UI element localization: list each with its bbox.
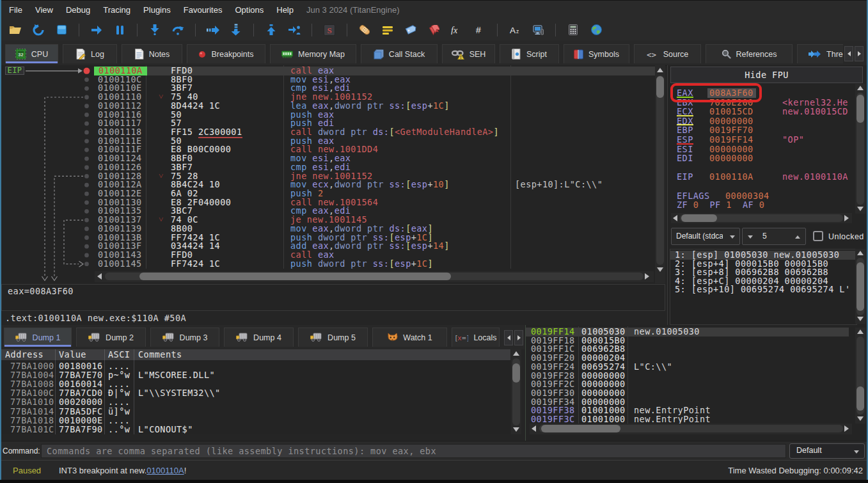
register-row[interactable]: ECX010015CDnew.010015CD bbox=[668, 107, 855, 116]
argument-row[interactable]: 5: [esp+10] 00695274 00695274 L' bbox=[670, 285, 856, 294]
dump-tab-scroll-left-button[interactable] bbox=[504, 330, 513, 345]
execute-till-return-button[interactable] bbox=[260, 22, 283, 38]
hide-fpu-button[interactable]: Hide FPU bbox=[670, 67, 863, 83]
tab-scroll-left-button[interactable] bbox=[844, 46, 853, 61]
tab-references[interactable]: References bbox=[706, 44, 793, 63]
seh-chain-button[interactable]: S bbox=[318, 22, 341, 38]
open-folder-button[interactable] bbox=[4, 22, 27, 38]
register-row[interactable]: ESP0019FF14"OP" bbox=[668, 135, 855, 145]
stack-horizontal-scrollbar[interactable] bbox=[530, 424, 852, 434]
tab-notes[interactable]: Notes bbox=[122, 44, 182, 63]
disassembly-vertical-scrollbar[interactable] bbox=[655, 65, 665, 283]
tab-memory-map[interactable]: Memory Map bbox=[270, 44, 356, 63]
stack-arguments-list[interactable]: 1: [esp] 01005030 new.010050302: [esp+4]… bbox=[670, 249, 857, 325]
comments-button[interactable] bbox=[376, 22, 399, 38]
command-input[interactable] bbox=[41, 444, 786, 458]
dump-vertical-scrollbar[interactable] bbox=[511, 349, 521, 434]
tab-dump-4[interactable]: Dump 4 bbox=[224, 328, 294, 347]
dump-column-value[interactable]: Value bbox=[59, 349, 86, 360]
tab-dump-1[interactable]: Dump 1 bbox=[4, 328, 72, 347]
dump-column-asci[interactable]: ASCI bbox=[108, 349, 130, 360]
stack-view[interactable]: 0019FF1401005030new.010050300019FF180000… bbox=[525, 325, 867, 441]
arguments-vertical-scrollbar[interactable] bbox=[855, 249, 865, 324]
unlocked-checkbox[interactable] bbox=[813, 231, 823, 241]
argument-count-spinner[interactable]: 5 bbox=[742, 228, 806, 245]
trace-over-button[interactable] bbox=[225, 22, 248, 38]
dump-tabs: Dump 1Dump 2Dump 3Dump 4Dump 5Watch 1[ x… bbox=[4, 328, 503, 349]
dump-row[interactable]: 77BA101C77BA7F90..°wL"CONOUT$" bbox=[0, 425, 510, 434]
menu-options[interactable]: Options bbox=[228, 1, 270, 19]
dump-row[interactable]: 77BA101477BA5DFCü]°w bbox=[0, 407, 510, 416]
register-row[interactable]: ESI00000000 bbox=[668, 145, 855, 154]
dump-row[interactable]: 77BA10180010000E.... bbox=[0, 416, 510, 425]
dump-column-comments[interactable]: Comments bbox=[138, 349, 182, 360]
disassembly-view[interactable]: 0100110AFFD0call eax0100110C8BF0mov esi,… bbox=[1, 65, 655, 283]
tab-locals[interactable]: [ x=]Locals bbox=[452, 328, 500, 347]
pause-button[interactable] bbox=[108, 22, 131, 38]
tab-symbols[interactable]: Symbols bbox=[564, 44, 629, 63]
dump-view[interactable]: AddressValueASCIComments 77BA10000018001… bbox=[0, 349, 510, 434]
registers-vertical-scrollbar[interactable] bbox=[855, 84, 865, 214]
register-row[interactable]: EIP0100110Anew.0100110A bbox=[668, 172, 855, 182]
computer-button[interactable] bbox=[526, 22, 549, 38]
tab-call-stack[interactable]: Call Stack bbox=[361, 44, 438, 63]
register-row[interactable]: EBP0019FF70 bbox=[668, 125, 855, 135]
dump-column-address[interactable]: Address bbox=[5, 349, 43, 360]
dump-row[interactable]: 77BA100C77BA7CD0Ð|°wL"\\SYSTEM32\\" bbox=[0, 388, 510, 397]
tab-script[interactable]: Script bbox=[500, 44, 559, 63]
stop-button[interactable] bbox=[50, 22, 73, 38]
run-button[interactable] bbox=[85, 22, 108, 38]
restart-button[interactable] bbox=[27, 22, 50, 38]
tab-scroll-right-button[interactable] bbox=[855, 46, 864, 61]
dump-row[interactable]: 77BA100000180016.... bbox=[0, 361, 510, 370]
dump-row[interactable]: 77BA100477BA7E70p~°wL"MSCOREE.DLL" bbox=[0, 370, 510, 379]
menu-plugins[interactable]: Plugins bbox=[137, 1, 177, 19]
globe-button[interactable] bbox=[585, 22, 608, 38]
disasm-row[interactable]: 01001145FF7424 1Cpush dword ptr ss:[esp+… bbox=[1, 260, 655, 269]
menu-debug[interactable]: Debug bbox=[59, 1, 97, 19]
tab-dump-2[interactable]: Dump 2 bbox=[76, 328, 146, 347]
register-row[interactable]: EDX00000000 bbox=[668, 116, 855, 126]
run-to-user-code-button[interactable] bbox=[283, 22, 306, 38]
tab-dump-3[interactable]: Dump 3 bbox=[150, 328, 219, 347]
dump-row[interactable]: 77BA100800160014.... bbox=[0, 379, 510, 388]
tab-seh[interactable]: !SEH bbox=[442, 44, 495, 63]
dump-row[interactable]: 77BA102000050006.... bbox=[0, 434, 510, 434]
step-over-button[interactable] bbox=[166, 22, 189, 38]
menu-favourites[interactable]: Favourites bbox=[177, 1, 229, 19]
flags-row[interactable]: ZF 0 PF 1 AF 0 bbox=[668, 200, 855, 210]
tab-cpu[interactable]: 32CPU bbox=[5, 44, 58, 63]
hash-button[interactable]: # bbox=[468, 22, 491, 38]
dump-tab-scroll-right-button[interactable] bbox=[514, 330, 523, 345]
tab-dump-5[interactable]: Dump 5 bbox=[298, 328, 368, 347]
command-syntax-combo[interactable]: Default bbox=[789, 443, 865, 459]
trace-into-button[interactable] bbox=[201, 22, 225, 38]
register-row[interactable]: EFLAGS00000304 bbox=[668, 191, 855, 201]
tab-log[interactable]: Log bbox=[63, 44, 117, 63]
labels-button[interactable] bbox=[399, 22, 422, 38]
stack-row[interactable]: 0019FF3C01001000new.EntryPoint bbox=[526, 415, 849, 424]
calling-convention-combo[interactable]: Default (stdcall) bbox=[671, 228, 740, 245]
step-into-button[interactable] bbox=[143, 22, 166, 38]
dump-row[interactable]: 77BA101000020000.... bbox=[0, 397, 510, 406]
disassembly-horizontal-scrollbar[interactable] bbox=[95, 271, 654, 282]
tab-threads[interactable]: Threads bbox=[797, 44, 843, 63]
patches-button[interactable] bbox=[353, 22, 376, 38]
bookmarks-button[interactable] bbox=[422, 22, 445, 38]
menu-view[interactable]: View bbox=[29, 1, 59, 19]
functions-button[interactable]: fx bbox=[445, 22, 468, 38]
stack-vertical-scrollbar[interactable] bbox=[855, 328, 865, 424]
breakpoint-address-link[interactable]: 0100110A bbox=[146, 466, 184, 475]
menu-help[interactable]: Help bbox=[270, 1, 300, 19]
registers-horizontal-scrollbar[interactable] bbox=[671, 213, 852, 223]
tab-watch-1[interactable]: Watch 1 bbox=[372, 328, 447, 347]
menu-file[interactable]: File bbox=[3, 1, 29, 19]
menu-tracing[interactable]: Tracing bbox=[97, 1, 137, 19]
dump-ascii: Ð|°w bbox=[108, 388, 130, 397]
comments-icon bbox=[383, 26, 393, 35]
tab-source[interactable]: <>Source bbox=[634, 44, 701, 63]
calculator-button[interactable] bbox=[562, 22, 585, 38]
tab-breakpoints[interactable]: Breakpoints bbox=[187, 44, 265, 63]
register-row[interactable]: EDI00000000 bbox=[668, 154, 855, 163]
assemble-text-button[interactable]: Az bbox=[503, 22, 526, 38]
